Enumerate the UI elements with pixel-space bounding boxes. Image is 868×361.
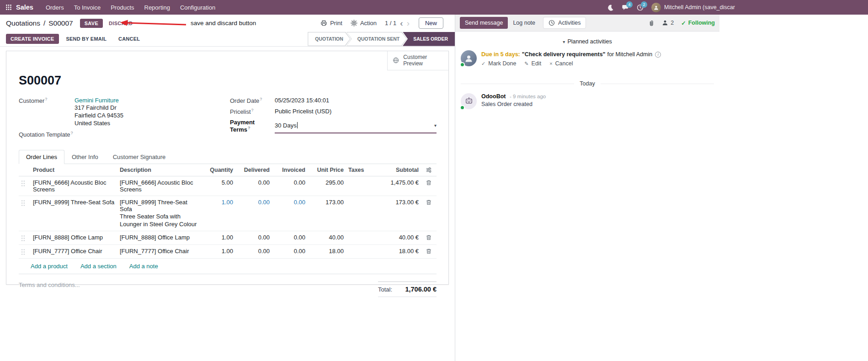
cell-delivered[interactable]: 0.00 (235, 245, 272, 259)
col-description[interactable]: Description (117, 164, 202, 176)
cell-invoiced[interactable]: 0.00 (272, 245, 308, 259)
new-button[interactable]: New (419, 17, 443, 29)
cell-unit-price[interactable]: 173.00 (308, 196, 346, 231)
pager-value[interactable]: 1 / 1 (385, 20, 396, 27)
drag-handle-icon[interactable] (19, 196, 31, 231)
cell-delivered[interactable]: 0.00 (235, 231, 272, 245)
app-name[interactable]: Sales (16, 4, 33, 11)
cell-taxes[interactable] (346, 245, 376, 259)
customer-preview-button[interactable]: Customer Preview (387, 51, 448, 70)
user-menu[interactable]: Mitchell Admin (save_discar (651, 3, 863, 12)
edit-activity-button[interactable]: ✎Edit (524, 60, 541, 67)
col-subtotal[interactable]: Subtotal (376, 164, 421, 176)
col-invoiced[interactable]: Invoiced (272, 164, 308, 176)
cell-description[interactable]: [FURN_8999] Three-Seat SofaThree Seater … (117, 196, 202, 231)
optional-columns-icon[interactable] (421, 164, 437, 176)
nav-menu-to-invoice[interactable]: To Invoice (70, 2, 105, 13)
create-invoice-button[interactable]: CREATE INVOICE (6, 34, 59, 44)
cell-description[interactable]: [FURN_8888] Office Lamp (117, 231, 202, 245)
cell-product[interactable]: [FURN_7777] Office Chair (31, 245, 117, 259)
nav-menu-configuration[interactable]: Configuration (176, 2, 219, 13)
cell-quantity[interactable]: 1.00 (202, 196, 235, 231)
col-delivered[interactable]: Delivered (235, 164, 272, 176)
nav-menu-products[interactable]: Products (107, 2, 138, 13)
nav-menu-reporting[interactable]: Reporting (140, 2, 174, 13)
pager-next-icon[interactable]: › (407, 20, 410, 27)
delete-row-icon[interactable] (421, 231, 437, 245)
state-quotation-sent[interactable]: QUOTATION SENT (346, 32, 407, 46)
cell-invoiced[interactable]: 0.00 (272, 231, 308, 245)
cell-taxes[interactable] (346, 231, 376, 245)
tab-order-lines[interactable]: Order Lines (19, 150, 64, 164)
cancel-activity-button[interactable]: ×Cancel (549, 60, 573, 67)
cell-invoiced[interactable]: 0.00 (272, 196, 308, 231)
order-date-value[interactable]: 05/25/2023 15:40:01 (275, 97, 437, 104)
delete-row-icon[interactable] (421, 176, 437, 196)
add-section-link[interactable]: Add a section (80, 263, 117, 270)
apps-menu-icon[interactable] (5, 4, 12, 11)
print-button[interactable]: Print (320, 20, 342, 27)
col-taxes[interactable]: Taxes (346, 164, 376, 176)
cell-description[interactable]: [FURN_6666] Acoustic Bloc Screens (117, 176, 202, 196)
drag-handle-icon[interactable] (19, 176, 31, 196)
drag-handle-icon[interactable] (19, 231, 31, 245)
save-button[interactable]: SAVE (80, 19, 103, 28)
pager-previous-icon[interactable]: ‹ (400, 20, 403, 27)
cell-invoiced[interactable]: 0.00 (272, 176, 308, 196)
state-sales-order[interactable]: SALES ORDER (403, 32, 455, 46)
cell-product[interactable]: [FURN_6666] Acoustic Bloc Screens (31, 176, 117, 196)
cell-quantity[interactable]: 1.00 (202, 231, 235, 245)
nav-menu-orders[interactable]: Orders (42, 2, 68, 13)
total-label: Total: (378, 286, 392, 293)
cell-taxes[interactable] (346, 196, 376, 231)
delete-row-icon[interactable] (421, 245, 437, 259)
log-note-button[interactable]: Log note (508, 17, 540, 29)
cell-unit-price[interactable]: 295.00 (308, 176, 346, 196)
send-by-email-button[interactable]: SEND BY EMAIL (62, 34, 112, 44)
state-quotation[interactable]: QUOTATION (308, 32, 350, 46)
col-product[interactable]: Product (31, 164, 117, 176)
terms-and-conditions-input[interactable]: Terms and conditions... (19, 281, 80, 297)
add-product-link[interactable]: Add a product (31, 263, 68, 270)
cell-description[interactable]: [FURN_7777] Office Chair (117, 245, 202, 259)
action-button[interactable]: Action (351, 20, 377, 27)
drag-handle-icon[interactable] (19, 245, 31, 259)
cell-delivered[interactable]: 0.00 (235, 176, 272, 196)
delete-row-icon[interactable] (421, 196, 437, 231)
cell-unit-price[interactable]: 18.00 (308, 245, 346, 259)
activities-clock-icon[interactable]: 2 (637, 4, 644, 11)
tab-other-info[interactable]: Other Info (64, 150, 106, 164)
pricelist-value[interactable]: Public Pricelist (USD) (275, 108, 437, 115)
payment-terms-input[interactable]: 30 Days ▾ (275, 119, 437, 133)
tab-customer-signature[interactable]: Customer Signature (106, 150, 173, 164)
payment-terms-field: Payment Terms? 30 Days ▾ (230, 119, 437, 133)
col-quantity[interactable]: Quantity (202, 164, 235, 176)
planned-activities-header[interactable]: ▾Planned activities (455, 32, 719, 49)
order-date-label: Order Date? (230, 97, 275, 104)
add-note-link[interactable]: Add a note (129, 263, 158, 270)
customer-link[interactable]: Gemini Furniture (75, 97, 230, 104)
cell-taxes[interactable] (346, 176, 376, 196)
info-icon[interactable]: i (655, 52, 661, 58)
activities-tab[interactable]: Activities (543, 17, 586, 29)
dropdown-caret-icon[interactable]: ▾ (434, 123, 437, 128)
quotation-template-field[interactable]: Quotation Template? (19, 131, 230, 138)
cell-quantity[interactable]: 1.00 (202, 245, 235, 259)
messages-icon[interactable]: 4 (622, 4, 629, 11)
followers-button[interactable]: 2 (662, 20, 674, 26)
cell-quantity[interactable]: 5.00 (202, 176, 235, 196)
cancel-button[interactable]: CANCEL (114, 34, 144, 44)
cell-product[interactable]: [FURN_8888] Office Lamp (31, 231, 117, 245)
cell-unit-price[interactable]: 40.00 (308, 231, 346, 245)
col-unit-price[interactable]: Unit Price (308, 164, 346, 176)
discard-button[interactable]: DISCARD (109, 21, 133, 26)
form-sheet: Customer Preview S00007 Customer? Gemini… (6, 51, 449, 285)
attachments-paperclip-icon[interactable] (648, 20, 655, 27)
mark-done-button[interactable]: ✓Mark Done (481, 60, 516, 67)
dark-mode-moon-icon[interactable] (607, 4, 614, 11)
send-message-button[interactable]: Send message (460, 17, 508, 29)
cell-delivered[interactable]: 0.00 (235, 196, 272, 231)
following-button[interactable]: ✓ Following (681, 20, 715, 27)
cell-product[interactable]: [FURN_8999] Three-Seat Sofa (31, 196, 117, 231)
breadcrumb-quotations[interactable]: Quotations (6, 19, 40, 27)
